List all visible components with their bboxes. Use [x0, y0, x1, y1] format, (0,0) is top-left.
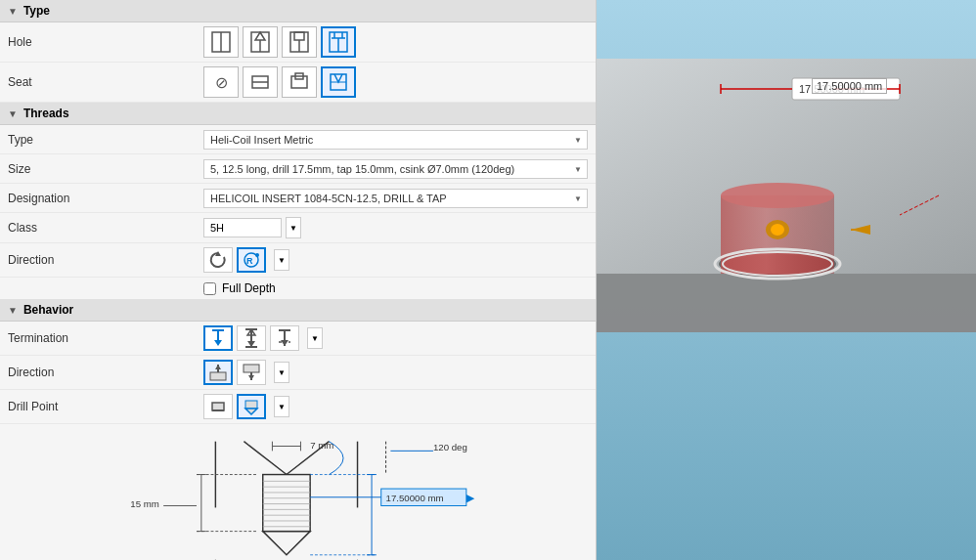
svg-marker-40: [248, 375, 254, 380]
threads-size-select-wrapper: 5, 12.5 long, drill 17.5mm, tap 15.0mm, …: [203, 159, 588, 179]
svg-marker-32: [281, 340, 288, 346]
termination-dropdown[interactable]: ▼: [307, 327, 323, 349]
threads-direction-dropdown[interactable]: ▼: [274, 249, 289, 271]
threads-type-label: Type: [8, 133, 203, 147]
svg-point-94: [721, 183, 834, 208]
svg-text:▶: ▶: [466, 493, 475, 503]
termination-through-btn[interactable]: [237, 325, 266, 351]
right-panel: 17.50000 mm 17.50000 mm: [597, 0, 976, 560]
seat-none-btn[interactable]: ⊘: [203, 66, 239, 98]
full-depth-checkbox[interactable]: [203, 282, 216, 295]
threads-designation-select[interactable]: HELICOIL INSERT 1084-5CN-12.5, DRILL & T…: [203, 189, 588, 208]
seat-raised-btn[interactable]: [282, 66, 317, 98]
full-depth-label: Full Depth: [222, 281, 276, 295]
svg-marker-24: [214, 340, 222, 346]
threads-class-input[interactable]: [203, 218, 282, 237]
svg-marker-3: [255, 32, 265, 40]
svg-rect-43: [245, 401, 257, 409]
behavior-dir-flipped-btn[interactable]: [237, 360, 266, 385]
threads-type-row: Type Heli-Coil Insert Metric: [0, 125, 596, 154]
seat-row: Seat ⊘: [0, 63, 596, 103]
hole-counterbore-btn[interactable]: [282, 26, 317, 58]
full-depth-row: Full Depth: [0, 278, 596, 299]
type-collapse-arrow: ▼: [8, 6, 18, 17]
behavior-direction-label: Direction: [8, 366, 203, 379]
threads-section-header[interactable]: ▼ Threads: [0, 103, 596, 125]
type-section-label: Type: [23, 4, 50, 18]
svg-text:R: R: [246, 256, 253, 266]
svg-text:15 mm: 15 mm: [130, 498, 159, 509]
drill-point-icons: ▼: [203, 394, 588, 419]
svg-rect-38: [244, 365, 259, 372]
hole-type-icons: [203, 26, 356, 58]
termination-icons: ▼: [203, 325, 588, 351]
termination-surface-btn[interactable]: [270, 325, 299, 351]
3d-svg: 17.50000 mm: [597, 0, 976, 560]
behavior-section-header[interactable]: ▼ Behavior: [0, 299, 596, 322]
termination-blind-btn[interactable]: [203, 325, 233, 351]
svg-marker-44: [245, 409, 257, 414]
hole-icons-container: [203, 26, 588, 58]
threads-dir-cw-btn[interactable]: R: [237, 247, 266, 273]
behavior-collapse-arrow: ▼: [8, 305, 18, 316]
dimension-overlay-label: 17.50000 mm: [812, 78, 887, 94]
hole-row: Hole: [0, 22, 596, 63]
termination-row: Termination: [0, 322, 596, 356]
threads-section-label: Threads: [23, 107, 69, 120]
drill-point-dropdown[interactable]: ▼: [274, 396, 289, 417]
threads-type-select-wrapper: Heli-Coil Insert Metric: [203, 130, 588, 150]
drill-angled-btn[interactable]: [237, 394, 266, 419]
threads-direction-row: Direction R ▼: [0, 243, 596, 278]
svg-marker-66: [263, 532, 310, 555]
behavior-section-label: Behavior: [23, 303, 73, 317]
threads-designation-select-wrapper: HELICOIL INSERT 1084-5CN-12.5, DRILL & T…: [203, 189, 588, 208]
hole-spotface-btn[interactable]: [321, 26, 356, 58]
drill-point-label: Drill Point: [8, 400, 203, 413]
threads-class-row: Class ▼: [0, 213, 596, 243]
threads-class-label: Class: [8, 221, 203, 235]
svg-rect-56: [263, 475, 310, 532]
threads-direction-icons: R ▼: [203, 247, 588, 273]
hole-label: Hole: [8, 35, 203, 49]
seat-angled-btn[interactable]: [321, 66, 356, 98]
drill-diagram-container: 7 mm 120 deg: [0, 424, 596, 560]
type-section-header[interactable]: ▼ Type: [0, 0, 596, 22]
threads-size-label: Size: [8, 162, 203, 176]
3d-view: 17.50000 mm 17.50000 mm: [597, 0, 976, 560]
svg-rect-15: [291, 76, 307, 88]
hole-countersink-btn[interactable]: [243, 26, 278, 58]
behavior-direction-dropdown[interactable]: ▼: [274, 362, 289, 383]
svg-text:17.50000 mm: 17.50000 mm: [386, 493, 444, 503]
seat-icon-group: ⊘: [203, 66, 356, 98]
seat-flat-btn[interactable]: [243, 66, 278, 98]
svg-rect-35: [210, 372, 226, 380]
hole-simple-btn[interactable]: [203, 26, 239, 58]
behavior-dir-normal-btn[interactable]: [203, 360, 233, 385]
threads-size-select[interactable]: 5, 12.5 long, drill 17.5mm, tap 15.0mm, …: [203, 159, 588, 179]
svg-rect-6: [294, 32, 304, 40]
behavior-direction-icons: ▼: [203, 360, 588, 385]
threads-type-select[interactable]: Heli-Coil Insert Metric: [203, 130, 588, 150]
seat-label: Seat: [8, 75, 203, 89]
threads-dir-ccw-btn[interactable]: [203, 247, 233, 273]
class-dropdown-arrow[interactable]: ▼: [286, 217, 301, 238]
left-panel: ▼ Type Hole: [0, 0, 597, 560]
threads-collapse-arrow: ▼: [8, 108, 18, 119]
svg-marker-37: [215, 365, 221, 369]
threads-size-row: Size 5, 12.5 long, drill 17.5mm, tap 15.…: [0, 154, 596, 184]
svg-marker-90: [597, 274, 976, 332]
threads-class-field: ▼: [203, 217, 588, 238]
drill-diagram-svg: 7 mm 120 deg: [78, 432, 580, 560]
threads-designation-label: Designation: [8, 192, 203, 205]
threads-direction-label: Direction: [8, 253, 203, 267]
svg-rect-41: [212, 403, 224, 410]
drill-point-row: Drill Point ▼: [0, 390, 596, 424]
svg-point-22: [255, 253, 259, 257]
seat-icons-container: ⊘: [203, 66, 588, 98]
behavior-direction-row: Direction ▼: [0, 356, 596, 390]
termination-label: Termination: [8, 331, 203, 345]
svg-point-98: [771, 224, 784, 236]
drill-flat-btn[interactable]: [203, 394, 233, 419]
threads-designation-row: Designation HELICOIL INSERT 1084-5CN-12.…: [0, 184, 596, 213]
svg-text:120 deg: 120 deg: [433, 442, 467, 452]
